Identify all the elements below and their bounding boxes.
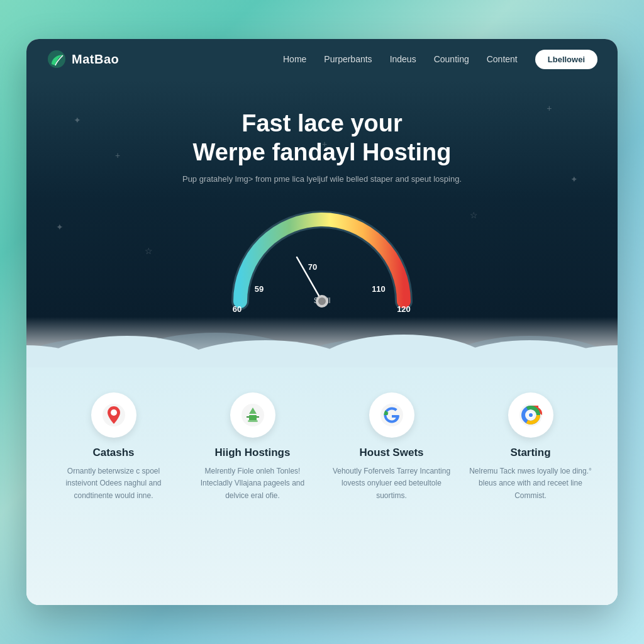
- hero-subtitle: Pup gratahely lmg> from pme lica lyeljuf…: [52, 174, 592, 184]
- hero-title: Fast lace your Werpe fandayl Hosting: [52, 109, 592, 167]
- nav-home[interactable]: Home: [283, 54, 306, 64]
- feature-title-catashs: Catashs: [92, 447, 134, 459]
- nav-counting[interactable]: Counting: [434, 54, 469, 64]
- svg-text:110: 110: [372, 284, 386, 294]
- svg-text:59: 59: [255, 284, 264, 294]
- feature-card-high-hostings: Hiigh Hostings Melrently Fiole onleh Ton…: [191, 392, 314, 580]
- clouds-area: [26, 317, 618, 367]
- hero-section: ✦ + ✦ + ✦ + ☆ ☆ Fast lace your Werpe fan…: [26, 79, 618, 317]
- features-grid: Catashs Ornantly beterwsize c spoel inst…: [52, 392, 592, 580]
- nav-cta-button[interactable]: Lbellowei: [535, 50, 597, 69]
- feature-icon-houst-swets: [369, 392, 414, 438]
- svg-text:70: 70: [308, 262, 317, 272]
- svg-rect-25: [257, 416, 259, 418]
- feature-desc-houst-swets: Vehoutly Fofervels Tarrey Incanting love…: [330, 465, 453, 502]
- app-window: MatBao Home Purperbants Indeus Counting …: [26, 39, 618, 605]
- svg-text:60: 60: [233, 304, 242, 314]
- svg-point-21: [111, 409, 117, 416]
- feature-title-high-hostings: Hiigh Hostings: [215, 447, 291, 459]
- speedometer-svg: 60 59 70 110 120 Soell: [215, 204, 429, 317]
- feature-icon-high-hostings: [230, 392, 275, 438]
- logo-area: MatBao: [47, 49, 119, 69]
- feature-title-starting: Starting: [510, 447, 550, 459]
- nav-purperbants[interactable]: Purperbants: [324, 54, 372, 64]
- feature-icon-catashs: [91, 392, 136, 438]
- svg-rect-27: [248, 420, 258, 422]
- nav-content[interactable]: Content: [487, 54, 518, 64]
- feature-card-starting: Starting Nelremu Tack nwes loyally loe d…: [469, 392, 592, 580]
- nav-links: Home Purperbants Indeus Counting Content…: [283, 50, 597, 69]
- feature-title-houst-swets: Houst Swets: [359, 447, 423, 459]
- speedometer: 60 59 70 110 120 Soell: [52, 204, 592, 317]
- feature-desc-catashs: Ornantly beterwsize c spoel insteivont O…: [52, 465, 175, 502]
- svg-point-9: [318, 297, 326, 305]
- logo-text: MatBao: [72, 52, 119, 67]
- feature-card-catashs: Catashs Ornantly beterwsize c spoel inst…: [52, 392, 175, 580]
- nav-indeus[interactable]: Indeus: [390, 54, 416, 64]
- features-section: Catashs Ornantly beterwsize c spoel inst…: [26, 367, 618, 605]
- svg-rect-24: [247, 416, 249, 418]
- navbar: MatBao Home Purperbants Indeus Counting …: [26, 39, 618, 79]
- svg-point-34: [529, 413, 533, 417]
- cloud-svg: [26, 317, 618, 367]
- feature-card-houst-swets: Houst Swets Vehoutly Fofervels Tarrey In…: [330, 392, 453, 580]
- feature-icon-starting: [508, 392, 553, 438]
- logo-icon: [47, 49, 67, 69]
- feature-desc-starting: Nelremu Tack nwes loyally loe ding.° ble…: [469, 465, 592, 502]
- svg-text:120: 120: [397, 304, 411, 314]
- feature-desc-high-hostings: Melrently Fiole onleh Tonles! Intecladly…: [191, 465, 314, 502]
